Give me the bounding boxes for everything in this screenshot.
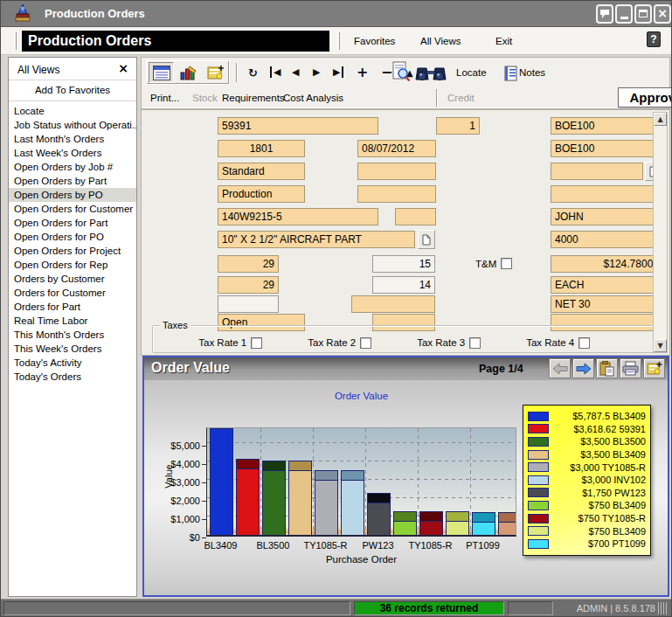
notes-button[interactable]: Notes (519, 67, 545, 78)
binoculars-icon[interactable] (414, 63, 447, 84)
new-form-button[interactable] (203, 62, 228, 83)
sidebar-item[interactable]: Orders for Part (9, 300, 136, 314)
bar-top-face (499, 513, 516, 523)
menu-exit[interactable]: Exit (495, 36, 512, 46)
legend-swatch (528, 514, 549, 523)
menu-all-views[interactable]: All Views (420, 36, 461, 46)
close-button[interactable]: × (654, 4, 671, 24)
feedback-bubble-button[interactable] (596, 4, 613, 24)
sidebar-item[interactable]: Real Time Labor (9, 314, 136, 328)
v-gridline (260, 428, 261, 535)
rev-field[interactable]: Rev. (395, 208, 436, 225)
sidebar-item[interactable]: Open Orders for Customer (9, 202, 136, 216)
sidebar-item[interactable]: Today's Activity (9, 356, 136, 370)
part-number-field[interactable]: Part Number140W9215-5 (218, 208, 378, 225)
bar-top-face (263, 461, 285, 471)
chart-add-view-button[interactable] (643, 358, 665, 378)
sidebar-item[interactable]: Open Orders for PO (9, 230, 136, 244)
chart-copy-button[interactable] (596, 358, 618, 378)
bar-PW123 (367, 493, 391, 535)
scroll-down-button[interactable]: ▼ (654, 339, 667, 352)
customer-field[interactable]: CustomerBOE100 (551, 117, 663, 135)
item-field[interactable]: Item1 (436, 117, 480, 135)
tax-rate-checkbox[interactable] (469, 337, 481, 349)
chart-x-axis-label: Purchase Order (206, 554, 516, 565)
sales-rep-field[interactable]: Sales Rep.JOHN (551, 208, 663, 225)
resize-grip (658, 602, 669, 614)
legend-row: $3,000 TY1085-R (528, 461, 646, 474)
bar-top-face (211, 427, 232, 429)
job-number-field[interactable]: Job Number1801 (218, 140, 305, 157)
preview-button[interactable] (389, 61, 414, 82)
sales-acct-field[interactable]: Sales Acct.4000 (551, 231, 663, 248)
bar-top-face (368, 494, 390, 503)
first-record-button[interactable]: ◀ (270, 66, 281, 78)
chart-view-button[interactable] (176, 62, 201, 83)
sidebar-item[interactable]: Open Orders for Project (9, 244, 136, 258)
unit-field[interactable]: UnitEACH (551, 276, 663, 294)
buyer-field[interactable]: Buyer (551, 185, 663, 203)
sidebar-item[interactable]: Last Week's Orders (9, 146, 136, 160)
status-segment (3, 601, 350, 615)
fob-field[interactable]: FOB (351, 295, 435, 313)
legend-row: $750 TY1085-R (528, 512, 646, 525)
qty-shipped-field[interactable]: Qty. Shipped15 (372, 255, 435, 273)
locate-button[interactable]: Locate (456, 67, 487, 78)
start-date-field[interactable]: Start Date (357, 163, 436, 180)
form-scrollbar[interactable]: ▲ ▼ (653, 112, 668, 353)
purchase-order-field[interactable]: Purchase Order59391 (218, 117, 378, 135)
sidebar-item[interactable]: Last Month's Orders (9, 132, 136, 146)
chart-print-button[interactable] (620, 358, 641, 378)
tab-requirements[interactable]: Requirements (222, 93, 285, 103)
part-type-field[interactable]: Part TypeProduction (218, 185, 305, 203)
sidebar-item[interactable]: Open Orders for Part (9, 216, 136, 230)
sidebar-item[interactable]: This Week's Orders (9, 342, 136, 356)
help-button[interactable]: ? (647, 31, 661, 47)
user-version-text: ADMIN | 8.5.8.178 (577, 603, 655, 614)
menu-favorites[interactable]: Favorites (354, 36, 395, 46)
order-date-field[interactable]: Order Date08/07/2012 (357, 140, 436, 157)
bar-top-face (473, 513, 495, 523)
sidebar-close-icon[interactable]: × (118, 61, 128, 75)
received-date-field[interactable]: Received Date (357, 185, 436, 203)
order-qty-field[interactable]: Order Qty.29 (218, 255, 279, 273)
scroll-up-button[interactable]: ▲ (654, 113, 667, 126)
invty-transfer-qty-field[interactable]: Invty. Transfer Qty (218, 295, 279, 313)
next-record-button[interactable]: ▶ (313, 66, 320, 78)
sidebar-item[interactable]: Job Status without Operati... (9, 118, 136, 132)
tax-rate-checkbox[interactable] (578, 337, 590, 349)
sidebar-item[interactable]: Open Orders by Job # (9, 160, 136, 174)
terms-field[interactable]: TermsNET 30 (551, 295, 663, 313)
table-view-button[interactable] (149, 62, 174, 83)
tm-checkbox[interactable] (501, 258, 512, 269)
sidebar-item[interactable]: Open Orders by PO (9, 188, 136, 202)
sidebar-item[interactable]: Orders by Customer (9, 272, 136, 286)
refresh-button[interactable]: ↻ (248, 66, 258, 80)
add-to-favorites-button[interactable]: Add To Favorites (9, 80, 136, 101)
tax-rate-checkbox[interactable] (360, 337, 371, 349)
price-field[interactable]: Price$124.78000 (551, 255, 663, 273)
last-record-button[interactable]: ▶ (333, 66, 343, 78)
sidebar-item[interactable]: Open Orders for Rep (9, 258, 136, 272)
tab-print[interactable]: Print... (150, 93, 179, 103)
maximize-button[interactable] (634, 4, 652, 24)
chart-next-page-button[interactable] (572, 358, 594, 378)
sidebar-item[interactable]: This Month's Orders (9, 328, 136, 342)
job-type-field[interactable]: Job TypeStandard (218, 163, 305, 180)
order-balance-field[interactable]: Order Balance14 (372, 276, 435, 294)
sidebar-item[interactable]: Open Orders by Part (9, 174, 136, 188)
description-field[interactable]: Description10" X 2 1/2" AIRCRAFT PART (218, 231, 415, 248)
minimize-button[interactable] (615, 4, 633, 24)
ship-to-field[interactable]: Ship ToBOE100 (551, 140, 663, 157)
sidebar-item[interactable]: Today's Orders (9, 370, 136, 384)
sidebar-item[interactable]: Orders for Customer (9, 286, 136, 300)
add-record-button[interactable]: + (357, 64, 368, 80)
description-notes-button[interactable] (418, 230, 435, 249)
tax-rate-checkbox[interactable] (251, 337, 262, 349)
v-gridline (365, 428, 366, 535)
tab-cost-analysis[interactable]: Cost Analysis (283, 93, 343, 103)
previous-record-button[interactable]: ◀ (292, 66, 299, 78)
sidebar-item[interactable]: Locate (9, 104, 136, 118)
ship-via-field[interactable]: Ship Via (551, 163, 643, 180)
production-qty-field[interactable]: Production Qty.29 (218, 276, 279, 294)
